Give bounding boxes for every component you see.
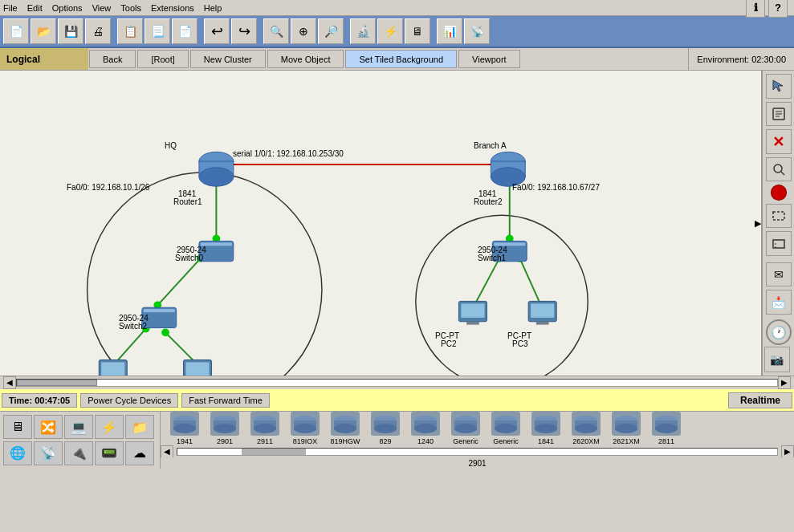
device-1941-icon <box>170 412 199 436</box>
new-button[interactable]: 📄 <box>3 18 29 44</box>
switch-category[interactable]: 🔀 <box>34 415 63 439</box>
device-2911[interactable]: 2911 <box>247 412 283 445</box>
device-2811[interactable]: 2811 <box>649 412 684 445</box>
delete-tool-button[interactable]: ✕ <box>766 129 792 154</box>
menu-file[interactable]: File <box>3 3 18 13</box>
magnify-tool-button[interactable] <box>766 157 792 182</box>
cable-category[interactable]: 🔌 <box>64 441 93 465</box>
menu-options[interactable]: Options <box>52 3 83 13</box>
device-generic2-label: Generic <box>493 437 519 445</box>
menu-view[interactable]: View <box>92 3 112 13</box>
device-generic1-icon <box>451 412 480 436</box>
undo-button[interactable]: ↩ <box>204 18 230 44</box>
device-generic2[interactable]: Generic <box>488 412 523 445</box>
scroll-right-arrow[interactable]: ▶ <box>755 218 761 229</box>
topology-button[interactable]: 🖥 <box>405 18 430 44</box>
svg-rect-49 <box>773 212 784 220</box>
device-2621xm[interactable]: 2621XM <box>609 412 644 445</box>
right-panel: ✕ ✉ 📩 🕐 📷 <box>762 71 794 376</box>
custom1-button[interactable]: 📊 <box>437 18 462 44</box>
zoom-in-button[interactable]: 🔍 <box>263 18 289 44</box>
open-button[interactable]: 📂 <box>31 18 56 44</box>
palette-scroll-right[interactable]: ▶ <box>781 445 794 458</box>
svg-point-20 <box>199 168 234 186</box>
device-2620xm-label: 2620XM <box>572 437 600 445</box>
pc-category[interactable]: 💻 <box>64 415 93 439</box>
power-cycle-button[interactable]: Power Cycle Devices <box>80 393 178 408</box>
new-cluster-button[interactable]: New Cluster <box>190 50 266 68</box>
device-2620xm[interactable]: 2620XM <box>568 412 604 445</box>
svg-line-9 <box>519 258 540 305</box>
palette-scroll-track[interactable] <box>177 448 778 456</box>
menu-tools[interactable]: Tools <box>120 3 141 13</box>
help-button[interactable]: ? <box>768 0 788 18</box>
scroll-track[interactable] <box>16 379 778 387</box>
device-2901[interactable]: 2901 <box>207 412 242 445</box>
menu-help[interactable]: Help <box>204 3 222 13</box>
svg-rect-38 <box>466 322 479 325</box>
svg-point-81 <box>535 424 557 433</box>
palette-scrollbar[interactable]: ◀ ▶ <box>161 445 794 457</box>
clipboard3-button[interactable]: 📄 <box>172 18 197 44</box>
device-829[interactable]: 829 <box>368 412 403 445</box>
menu-edit[interactable]: Edit <box>27 3 43 13</box>
note-tool-button[interactable] <box>766 102 792 127</box>
redo-button[interactable]: ↪ <box>231 18 257 44</box>
rect-tool-button[interactable] <box>766 204 792 229</box>
root-button[interactable]: [Root] <box>137 50 188 68</box>
clipboard1-button[interactable]: 📋 <box>117 18 143 44</box>
info-button[interactable]: ℹ <box>746 0 765 18</box>
phone-category[interactable]: 📟 <box>95 441 124 465</box>
mail2-button[interactable]: 📩 <box>766 290 792 315</box>
scroll-right-arrow[interactable]: ▶ <box>778 376 791 389</box>
svg-point-1 <box>416 215 588 376</box>
cloud2-category[interactable]: ☁ <box>125 441 154 465</box>
set-tiled-bg-button[interactable]: Set Tiled Background <box>345 50 457 68</box>
device-819iox[interactable]: 819IOX <box>287 412 323 445</box>
folder-category[interactable]: 📁 <box>125 415 154 439</box>
scroll-thumb[interactable] <box>17 380 97 386</box>
horizontal-scrollbar[interactable]: ◀ ▶ <box>0 376 794 388</box>
device-1841[interactable]: 1841 <box>528 412 564 445</box>
bottom-tool-button[interactable]: 📷 <box>764 347 790 372</box>
custom2-button[interactable]: 📡 <box>464 18 490 44</box>
scroll-left-arrow[interactable]: ◀ <box>3 376 16 389</box>
device-list: 1941 2901 2911 819IOX <box>161 412 794 445</box>
device-819hgw-icon <box>331 412 360 436</box>
svg-line-6 <box>165 332 197 363</box>
svg-point-72 <box>414 424 437 433</box>
back-button[interactable]: Back <box>89 50 136 68</box>
svg-rect-31 <box>101 362 124 376</box>
device-2811-icon <box>652 412 681 436</box>
device-819hgw[interactable]: 819HGW <box>328 412 363 445</box>
router-category[interactable]: 🖥 <box>3 415 32 439</box>
network-canvas[interactable]: HQ Branch A serial 1/0/1: 192.168.10.253… <box>0 71 762 376</box>
move-tool-button[interactable] <box>766 231 792 256</box>
lightning-category[interactable]: ⚡ <box>95 415 124 439</box>
viewport-button[interactable]: Viewport <box>458 50 520 68</box>
device-generic1[interactable]: Generic <box>448 412 483 445</box>
print-button[interactable]: 🖨 <box>85 18 111 44</box>
clipboard2-button[interactable]: 📃 <box>145 18 170 44</box>
palette-scroll-thumb[interactable] <box>242 449 306 455</box>
save-button[interactable]: 💾 <box>58 18 83 44</box>
zoom-out-button[interactable]: 🔎 <box>318 18 344 44</box>
red-dot-button[interactable] <box>771 185 787 200</box>
device-2620xm-icon <box>572 412 601 436</box>
mail-button[interactable]: ✉ <box>766 262 792 287</box>
activity-button[interactable]: ⚡ <box>377 18 403 44</box>
device-829-icon <box>371 412 400 436</box>
select-tool-button[interactable] <box>766 74 792 99</box>
inspect-button[interactable]: 🔬 <box>350 18 376 44</box>
cloud-category[interactable]: 🌐 <box>3 441 32 465</box>
clock-button[interactable]: 🕐 <box>766 319 792 345</box>
device-1941[interactable]: 1941 <box>167 412 202 445</box>
device-1240[interactable]: 1240 <box>408 412 443 445</box>
fast-forward-button[interactable]: Fast Forward Time <box>181 393 270 408</box>
wireless-category[interactable]: 📡 <box>34 441 63 465</box>
palette-scroll-left[interactable]: ◀ <box>161 445 173 458</box>
move-object-button[interactable]: Move Object <box>267 50 344 68</box>
zoom-reset-button[interactable]: ⊕ <box>291 18 316 44</box>
device-829-label: 829 <box>379 437 391 445</box>
menu-extensions[interactable]: Extensions <box>151 3 194 13</box>
